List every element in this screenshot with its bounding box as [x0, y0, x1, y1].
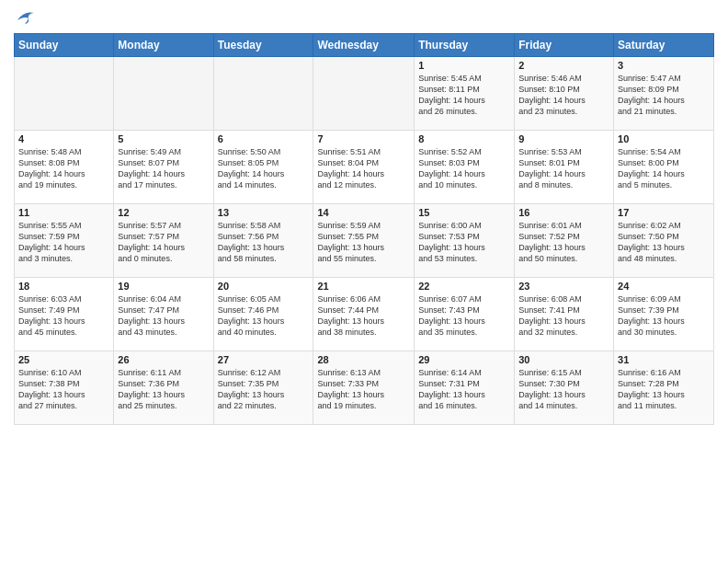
day-info: Sunrise: 6:08 AM Sunset: 7:41 PM Dayligh…	[518, 293, 609, 339]
day-number: 8	[418, 133, 510, 144]
calendar-cell: 29Sunrise: 6:14 AM Sunset: 7:31 PM Dayli…	[415, 351, 515, 425]
logo	[14, 9, 36, 26]
page-header	[14, 9, 714, 26]
calendar-cell	[313, 57, 415, 131]
calendar-cell: 4Sunrise: 5:48 AM Sunset: 8:08 PM Daylig…	[15, 131, 114, 204]
calendar-cell: 28Sunrise: 6:13 AM Sunset: 7:33 PM Dayli…	[313, 351, 415, 425]
day-number: 4	[18, 133, 109, 144]
calendar-cell: 26Sunrise: 6:11 AM Sunset: 7:36 PM Dayli…	[114, 351, 213, 425]
calendar-cell: 20Sunrise: 6:05 AM Sunset: 7:46 PM Dayli…	[213, 278, 313, 351]
day-number: 7	[317, 133, 410, 144]
calendar-cell: 16Sunrise: 6:01 AM Sunset: 7:52 PM Dayli…	[515, 204, 614, 278]
day-of-week-header: Friday	[515, 34, 614, 57]
day-info: Sunrise: 6:00 AM Sunset: 7:53 PM Dayligh…	[418, 220, 510, 265]
calendar-cell: 30Sunrise: 6:15 AM Sunset: 7:30 PM Dayli…	[515, 351, 614, 425]
calendar-cell: 19Sunrise: 6:04 AM Sunset: 7:47 PM Dayli…	[114, 278, 213, 351]
day-number: 1	[418, 60, 510, 71]
day-info: Sunrise: 5:50 AM Sunset: 8:05 PM Dayligh…	[218, 146, 310, 191]
day-info: Sunrise: 6:15 AM Sunset: 7:30 PM Dayligh…	[518, 367, 609, 412]
calendar-week-row: 25Sunrise: 6:10 AM Sunset: 7:38 PM Dayli…	[15, 351, 714, 425]
day-number: 20	[218, 281, 310, 292]
day-info: Sunrise: 6:05 AM Sunset: 7:46 PM Dayligh…	[218, 293, 310, 339]
day-info: Sunrise: 6:04 AM Sunset: 7:47 PM Dayligh…	[118, 293, 209, 339]
day-number: 19	[118, 281, 209, 292]
calendar-cell: 22Sunrise: 6:07 AM Sunset: 7:43 PM Dayli…	[415, 278, 515, 351]
day-info: Sunrise: 6:06 AM Sunset: 7:44 PM Dayligh…	[317, 293, 410, 339]
day-of-week-header: Tuesday	[213, 34, 313, 57]
day-info: Sunrise: 5:51 AM Sunset: 8:04 PM Dayligh…	[317, 146, 410, 191]
calendar-cell: 2Sunrise: 5:46 AM Sunset: 8:10 PM Daylig…	[515, 57, 614, 131]
calendar-cell: 23Sunrise: 6:08 AM Sunset: 7:41 PM Dayli…	[515, 278, 614, 351]
calendar-cell: 13Sunrise: 5:58 AM Sunset: 7:56 PM Dayli…	[213, 204, 313, 278]
calendar-cell: 21Sunrise: 6:06 AM Sunset: 7:44 PM Dayli…	[313, 278, 415, 351]
calendar-week-row: 4Sunrise: 5:48 AM Sunset: 8:08 PM Daylig…	[15, 131, 714, 204]
day-info: Sunrise: 6:07 AM Sunset: 7:43 PM Dayligh…	[418, 293, 510, 339]
day-number: 21	[317, 281, 410, 292]
day-info: Sunrise: 6:12 AM Sunset: 7:35 PM Dayligh…	[218, 367, 310, 412]
calendar-cell: 6Sunrise: 5:50 AM Sunset: 8:05 PM Daylig…	[213, 131, 313, 204]
calendar-table: SundayMondayTuesdayWednesdayThursdayFrid…	[14, 33, 714, 425]
calendar-cell: 12Sunrise: 5:57 AM Sunset: 7:57 PM Dayli…	[114, 204, 213, 278]
logo-bird-icon	[16, 9, 36, 26]
day-number: 10	[618, 133, 710, 144]
day-number: 30	[518, 354, 609, 365]
day-info: Sunrise: 5:58 AM Sunset: 7:56 PM Dayligh…	[218, 220, 310, 265]
day-number: 11	[18, 207, 109, 218]
day-info: Sunrise: 6:11 AM Sunset: 7:36 PM Dayligh…	[118, 367, 209, 412]
day-number: 26	[118, 354, 209, 365]
day-number: 13	[218, 207, 310, 218]
calendar-cell: 9Sunrise: 5:53 AM Sunset: 8:01 PM Daylig…	[515, 131, 614, 204]
calendar-cell: 7Sunrise: 5:51 AM Sunset: 8:04 PM Daylig…	[313, 131, 415, 204]
calendar-header-row: SundayMondayTuesdayWednesdayThursdayFrid…	[15, 34, 714, 57]
calendar-cell: 18Sunrise: 6:03 AM Sunset: 7:49 PM Dayli…	[15, 278, 114, 351]
day-info: Sunrise: 6:13 AM Sunset: 7:33 PM Dayligh…	[317, 367, 410, 412]
calendar-cell: 11Sunrise: 5:55 AM Sunset: 7:59 PM Dayli…	[15, 204, 114, 278]
day-number: 29	[418, 354, 510, 365]
day-number: 22	[418, 281, 510, 292]
calendar-week-row: 1Sunrise: 5:45 AM Sunset: 8:11 PM Daylig…	[15, 57, 714, 131]
day-info: Sunrise: 5:52 AM Sunset: 8:03 PM Dayligh…	[418, 146, 510, 191]
day-info: Sunrise: 5:48 AM Sunset: 8:08 PM Dayligh…	[18, 146, 109, 191]
day-number: 28	[317, 354, 410, 365]
calendar-cell: 15Sunrise: 6:00 AM Sunset: 7:53 PM Dayli…	[415, 204, 515, 278]
day-number: 5	[118, 133, 209, 144]
calendar-cell: 17Sunrise: 6:02 AM Sunset: 7:50 PM Dayli…	[614, 204, 714, 278]
day-info: Sunrise: 5:54 AM Sunset: 8:00 PM Dayligh…	[618, 146, 710, 191]
calendar-cell: 27Sunrise: 6:12 AM Sunset: 7:35 PM Dayli…	[213, 351, 313, 425]
day-info: Sunrise: 5:47 AM Sunset: 8:09 PM Dayligh…	[618, 73, 710, 118]
day-info: Sunrise: 6:16 AM Sunset: 7:28 PM Dayligh…	[618, 367, 710, 412]
calendar-cell: 8Sunrise: 5:52 AM Sunset: 8:03 PM Daylig…	[415, 131, 515, 204]
day-number: 27	[218, 354, 310, 365]
day-number: 15	[418, 207, 510, 218]
day-info: Sunrise: 6:03 AM Sunset: 7:49 PM Dayligh…	[18, 293, 109, 339]
day-number: 9	[518, 133, 609, 144]
day-info: Sunrise: 5:49 AM Sunset: 8:07 PM Dayligh…	[118, 146, 209, 191]
day-info: Sunrise: 5:57 AM Sunset: 7:57 PM Dayligh…	[118, 220, 209, 265]
day-number: 16	[518, 207, 609, 218]
day-number: 24	[618, 281, 710, 292]
calendar-week-row: 18Sunrise: 6:03 AM Sunset: 7:49 PM Dayli…	[15, 278, 714, 351]
calendar-cell: 14Sunrise: 5:59 AM Sunset: 7:55 PM Dayli…	[313, 204, 415, 278]
calendar-cell	[15, 57, 114, 131]
calendar-cell	[213, 57, 313, 131]
calendar-cell: 1Sunrise: 5:45 AM Sunset: 8:11 PM Daylig…	[415, 57, 515, 131]
day-number: 2	[518, 60, 609, 71]
calendar-cell: 10Sunrise: 5:54 AM Sunset: 8:00 PM Dayli…	[614, 131, 714, 204]
day-of-week-header: Monday	[114, 34, 213, 57]
day-number: 25	[18, 354, 109, 365]
day-of-week-header: Saturday	[614, 34, 714, 57]
day-number: 3	[618, 60, 710, 71]
calendar-cell: 25Sunrise: 6:10 AM Sunset: 7:38 PM Dayli…	[15, 351, 114, 425]
day-info: Sunrise: 6:10 AM Sunset: 7:38 PM Dayligh…	[18, 367, 109, 412]
day-info: Sunrise: 6:02 AM Sunset: 7:50 PM Dayligh…	[618, 220, 710, 265]
day-of-week-header: Wednesday	[313, 34, 415, 57]
day-info: Sunrise: 5:55 AM Sunset: 7:59 PM Dayligh…	[18, 220, 109, 265]
day-number: 23	[518, 281, 609, 292]
calendar-cell: 3Sunrise: 5:47 AM Sunset: 8:09 PM Daylig…	[614, 57, 714, 131]
day-number: 31	[618, 354, 710, 365]
day-number: 6	[218, 133, 310, 144]
day-number: 17	[618, 207, 710, 218]
calendar-cell: 5Sunrise: 5:49 AM Sunset: 8:07 PM Daylig…	[114, 131, 213, 204]
day-info: Sunrise: 5:45 AM Sunset: 8:11 PM Dayligh…	[418, 73, 510, 118]
calendar-cell	[114, 57, 213, 131]
